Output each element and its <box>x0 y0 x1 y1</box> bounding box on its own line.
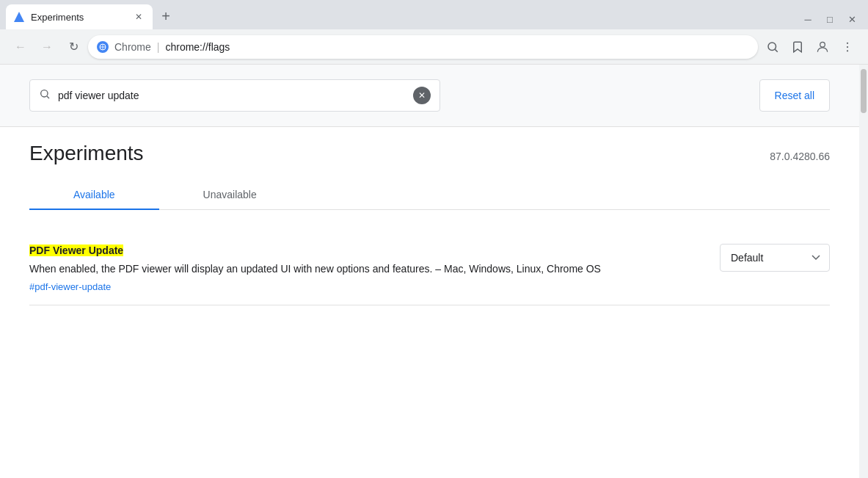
bookmark-button[interactable] <box>786 35 809 59</box>
window-controls: ─ □ ✕ <box>792 12 868 26</box>
flag-link[interactable]: #pdf-viewer-update <box>29 281 111 292</box>
forward-button[interactable]: → <box>35 35 59 59</box>
svg-point-8 <box>847 50 848 51</box>
scrollbar[interactable] <box>859 65 868 478</box>
search-section: ✕ Reset all <box>0 65 859 127</box>
main-content: Experiments 87.0.4280.66 Available Unava… <box>0 127 859 320</box>
reset-all-button[interactable]: Reset all <box>759 79 830 112</box>
svg-point-7 <box>847 46 848 47</box>
svg-line-10 <box>47 96 49 98</box>
active-tab[interactable]: Experiments ✕ <box>6 4 153 29</box>
page-content: ✕ Reset all Experiments 87.0.4280.66 Ava… <box>0 65 859 478</box>
window-frame: Experiments ✕ + ─ □ ✕ ← → ↻ Chrome | chr… <box>0 0 868 478</box>
search-icon <box>39 88 51 103</box>
navigation-bar: ← → ↻ Chrome | chrome://flags <box>0 29 868 65</box>
page-area: ✕ Reset all Experiments 87.0.4280.66 Ava… <box>0 65 868 478</box>
tab-close-button[interactable]: ✕ <box>132 10 145 23</box>
search-page-button[interactable] <box>761 35 784 59</box>
search-clear-button[interactable]: ✕ <box>413 87 431 104</box>
address-site-label: Chrome <box>114 41 151 53</box>
flag-info: PDF Viewer Update When enabled, the PDF … <box>29 244 720 293</box>
close-button[interactable]: ✕ <box>842 12 862 26</box>
title-bar: Experiments ✕ + ─ □ ✕ <box>0 0 868 29</box>
flag-title: PDF Viewer Update <box>29 244 690 257</box>
flag-control: Default Enabled Disabled <box>720 244 830 272</box>
reload-button[interactable]: ↻ <box>62 35 85 59</box>
svg-point-3 <box>768 43 776 51</box>
menu-button[interactable] <box>836 35 859 59</box>
svg-point-5 <box>820 42 825 47</box>
svg-line-4 <box>775 49 777 51</box>
tab-title: Experiments <box>31 12 126 23</box>
minimize-button[interactable]: ─ <box>798 12 818 26</box>
flag-select[interactable]: Default Enabled Disabled <box>720 244 830 272</box>
site-icon <box>97 41 109 53</box>
tab-available[interactable]: Available <box>29 180 159 209</box>
new-tab-button[interactable]: + <box>156 6 176 26</box>
version-text: 87.0.4280.66 <box>770 151 830 162</box>
scrollbar-thumb[interactable] <box>861 69 867 113</box>
maximize-button[interactable]: □ <box>820 12 840 26</box>
tabs-area: Experiments ✕ + <box>0 4 792 29</box>
page-title-row: Experiments 87.0.4280.66 <box>29 142 830 165</box>
svg-point-6 <box>847 42 848 43</box>
tab-unavailable[interactable]: Unavailable <box>159 180 301 209</box>
search-input[interactable] <box>58 90 406 101</box>
flag-description: When enabled, the PDF viewer will displa… <box>29 261 690 277</box>
search-box: ✕ <box>29 79 440 112</box>
svg-point-9 <box>41 90 48 97</box>
back-button[interactable]: ← <box>9 35 32 59</box>
page-title: Experiments <box>29 142 144 165</box>
address-bar[interactable]: Chrome | chrome://flags <box>88 35 758 59</box>
address-separator: | <box>157 41 160 53</box>
address-url: chrome://flags <box>165 41 749 53</box>
flag-item: PDF Viewer Update When enabled, the PDF … <box>29 232 830 305</box>
tab-favicon <box>13 11 25 23</box>
tabs-row: Available Unavailable <box>29 180 830 210</box>
profile-button[interactable] <box>811 35 834 59</box>
nav-actions <box>761 35 859 59</box>
